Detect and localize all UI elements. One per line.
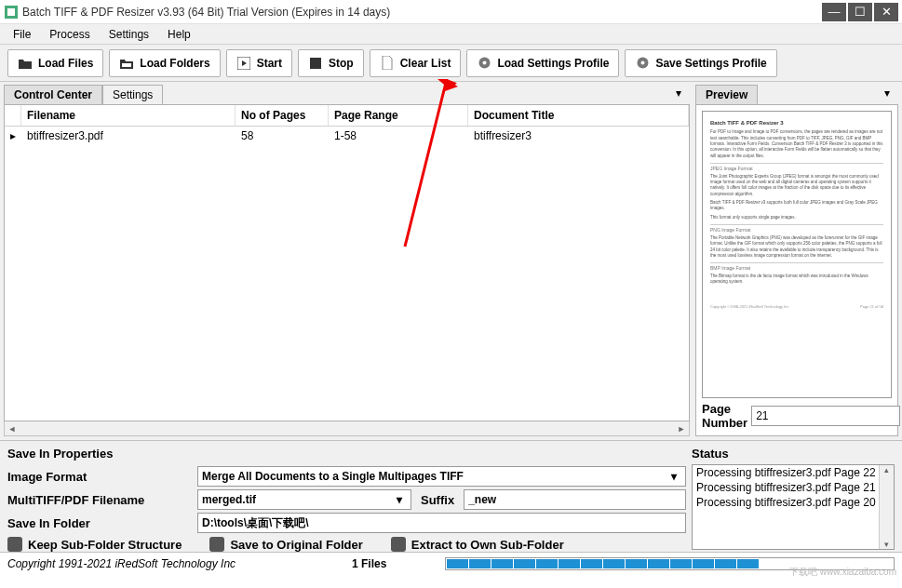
col-range[interactable]: Page Range — [329, 105, 468, 126]
preview-intro: For PDF to Image and Image to PDF conver… — [710, 129, 883, 158]
left-panel: Control Center Settings ▾ Filename No of… — [0, 82, 693, 440]
menu-file[interactable]: File — [4, 26, 40, 43]
preview-tab-dropdown-icon[interactable]: ▾ — [880, 86, 895, 100]
scroll-right-icon[interactable]: ► — [674, 424, 689, 434]
checkbox-icon — [209, 537, 224, 552]
folder-input[interactable] — [197, 513, 686, 533]
scroll-left-icon[interactable]: ◄ — [5, 424, 20, 434]
scroll-down-icon[interactable]: ▾ — [884, 540, 889, 549]
status-panel: Status Processing btiffresizer3.pdf Page… — [686, 447, 895, 552]
cell-pages: 58 — [236, 127, 329, 145]
col-title[interactable]: Document Title — [468, 105, 689, 126]
clear-list-label: Clear List — [400, 57, 451, 70]
start-button[interactable]: Start — [226, 49, 292, 77]
tab-settings[interactable]: Settings — [102, 85, 163, 104]
suffix-label: Suffix — [415, 493, 460, 507]
preview-box: Batch TIFF & PDF Resizer 3 For PDF to Im… — [695, 104, 898, 436]
tab-dropdown-icon[interactable]: ▾ — [671, 86, 686, 100]
preview-txt1b: Batch TIFF & PDF Resizer v3 supports bot… — [710, 200, 883, 212]
preview-tabs: Preview ▾ — [695, 84, 898, 104]
clear-list-button[interactable]: Clear List — [370, 49, 462, 77]
page-number-input[interactable] — [751, 406, 900, 426]
load-folders-label: Load Folders — [140, 57, 209, 70]
menu-help[interactable]: Help — [158, 26, 200, 43]
save-in-properties: Save In Properties Image Format Merge Al… — [7, 447, 686, 552]
row-marker-icon: ▸ — [5, 127, 21, 145]
tab-control-center[interactable]: Control Center — [4, 85, 102, 104]
tab-preview[interactable]: Preview — [695, 85, 758, 104]
image-format-combo[interactable]: Merge All Documents to a Single Multipag… — [197, 466, 686, 487]
preview-sec2: PNG Image Format — [710, 224, 883, 234]
file-grid: Filename No of Pages Page Range Document… — [4, 104, 690, 421]
scroll-up-icon[interactable]: ▴ — [884, 465, 889, 474]
status-scrollbar[interactable]: ▴▾ — [879, 465, 894, 549]
preview-txt3: The Bitmap format is the de facto image … — [710, 274, 883, 286]
chevron-down-icon: ▾ — [392, 493, 407, 506]
suffix-input[interactable] — [464, 489, 686, 510]
start-label: Start — [257, 57, 282, 70]
stop-icon — [308, 56, 323, 71]
multitiff-label: MultiTIFF/PDF Filename — [7, 493, 194, 507]
chk-extract-own[interactable]: Extract to Own Sub-Folder — [391, 537, 564, 552]
page-number-row: Page Number — [702, 402, 892, 430]
toolbar: Load Files Load Folders Start Stop Clear… — [0, 45, 902, 82]
load-files-button[interactable]: Load Files — [7, 49, 103, 77]
preview-foot-left: Copyright ©1998-2021 iRedSoft Technology… — [710, 304, 788, 310]
window-title: Batch TIFF & PDF Resizer v3.93 (64 Bit) … — [22, 6, 820, 19]
minimize-button[interactable]: — — [822, 3, 846, 21]
menu-bar: File Process Settings Help — [0, 24, 902, 45]
left-tabs: Control Center Settings ▾ — [4, 84, 690, 104]
svg-point-8 — [640, 61, 644, 65]
folder-open-icon — [18, 56, 33, 71]
menu-settings[interactable]: Settings — [100, 26, 158, 43]
stop-label: Stop — [329, 57, 354, 70]
play-icon — [236, 56, 251, 71]
svg-point-6 — [482, 61, 486, 65]
stop-button[interactable]: Stop — [298, 49, 364, 77]
watermark-text: 下载吧 www.xiazaiba.com — [789, 566, 896, 579]
status-bar: Copyright 1991-2021 iRedSoft Technology … — [0, 552, 902, 574]
preview-sec3: BMP Image Format — [710, 262, 883, 272]
chevron-down-icon: ▾ — [666, 470, 681, 483]
col-pages[interactable]: No of Pages — [236, 105, 329, 126]
save-profile-button[interactable]: Save Settings Profile — [625, 49, 776, 77]
preview-title: Batch TIFF & PDF Resizer 3 — [710, 119, 883, 127]
image-format-value: Merge All Documents to a Single Multipag… — [202, 470, 464, 483]
page-number-label: Page Number — [702, 402, 747, 430]
table-row[interactable]: ▸ btiffresizer3.pdf 58 1-58 btiffresizer… — [5, 127, 689, 145]
save-profile-label: Save Settings Profile — [655, 57, 766, 70]
load-files-label: Load Files — [38, 57, 93, 70]
list-item: Processing btiffresizer3.pdf Page 21 — [693, 480, 894, 495]
chk-save-original[interactable]: Save to Original Folder — [209, 537, 362, 552]
checkbox-icon — [7, 537, 22, 552]
status-heading: Status — [692, 447, 895, 461]
cell-filename: btiffresizer3.pdf — [21, 127, 236, 145]
multitiff-combo[interactable]: merged.tif ▾ — [197, 489, 411, 510]
status-list[interactable]: Processing btiffresizer3.pdf Page 22 Pro… — [692, 464, 895, 550]
grid-header: Filename No of Pages Page Range Document… — [5, 105, 689, 127]
folder-icon — [119, 56, 134, 71]
main-area: Control Center Settings ▾ Filename No of… — [0, 82, 902, 440]
document-icon — [380, 56, 395, 71]
col-marker — [5, 105, 21, 126]
gear-load-icon — [477, 56, 491, 71]
col-filename[interactable]: Filename — [21, 105, 236, 126]
maximize-button[interactable]: ☐ — [848, 3, 872, 21]
load-folders-button[interactable]: Load Folders — [109, 49, 220, 77]
list-item: Processing btiffresizer3.pdf Page 22 — [693, 465, 894, 480]
preview-sec1: JPEG Image Format — [710, 163, 883, 172]
load-profile-button[interactable]: Load Settings Profile — [466, 49, 619, 77]
chk-keep-subfolder[interactable]: Keep Sub-Folder Structure — [7, 537, 182, 552]
menu-process[interactable]: Process — [40, 26, 99, 43]
svg-rect-4 — [310, 58, 321, 69]
app-icon — [4, 5, 19, 20]
title-bar: Batch TIFF & PDF Resizer v3.93 (64 Bit) … — [0, 0, 902, 24]
preview-txt2: The Portable Network Graphics (PNG) was … — [710, 235, 883, 259]
bottom-panels: Save In Properties Image Format Merge Al… — [0, 440, 902, 552]
folder-label: Save In Folder — [7, 516, 194, 530]
file-count: 1 Files — [352, 557, 445, 570]
image-format-label: Image Format — [7, 470, 194, 484]
grid-hscroll[interactable]: ◄ ► — [4, 421, 690, 436]
close-button[interactable]: ✕ — [874, 3, 898, 21]
copyright-text: Copyright 1991-2021 iRedSoft Technology … — [7, 557, 352, 570]
